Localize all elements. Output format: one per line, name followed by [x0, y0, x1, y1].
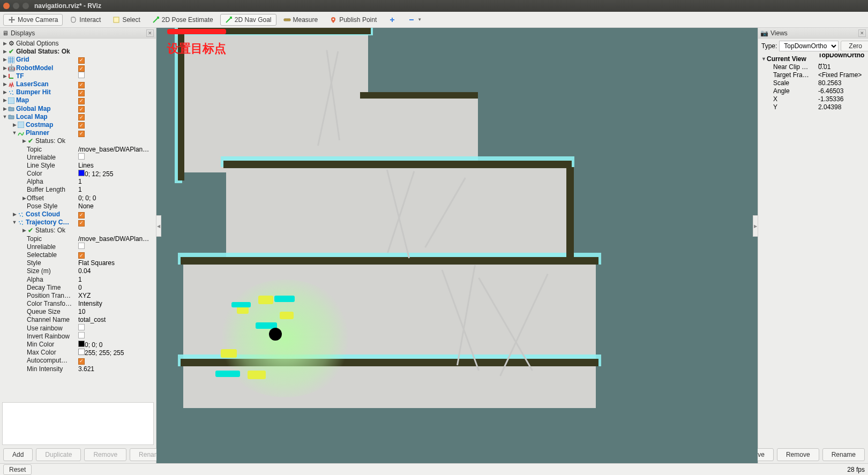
planner-unreliable-checkbox[interactable]	[78, 153, 85, 160]
map-item[interactable]: Map	[16, 96, 29, 104]
grid-checkbox[interactable]: ✓	[78, 57, 85, 64]
right-splitter-handle[interactable]: ▶	[753, 215, 758, 237]
angle-val[interactable]: -6.46503	[818, 87, 843, 95]
duplicate-button[interactable]: Duplicate	[36, 448, 81, 461]
tc-postrans-val[interactable]: XYZ	[78, 292, 91, 300]
planner-topic-key[interactable]: Topic	[27, 146, 42, 154]
maxcolor-swatch[interactable]	[78, 349, 85, 355]
tc-alpha-key[interactable]: Alpha	[27, 276, 43, 284]
planner-buflen-key[interactable]: Buffer Length	[27, 186, 65, 194]
planner-unreliable-key[interactable]: Unreliable	[27, 154, 56, 162]
tc-selectable-key[interactable]: Selectable	[27, 251, 57, 259]
displays-tree[interactable]: ▶⚙Global Options ▶✔Global Status: Ok ▶Gr…	[0, 39, 156, 401]
global-options-item[interactable]: Global Options	[16, 40, 58, 48]
reset-button[interactable]: Reset	[3, 464, 32, 475]
near-clip-val[interactable]: 0.01	[818, 63, 830, 71]
rviz-viewport[interactable]: 设置目标点 ◀ ▶	[156, 28, 758, 463]
tc-topic-val[interactable]: /move_base/DWAPlan…	[78, 235, 149, 243]
tc-size-key[interactable]: Size (m)	[27, 267, 51, 275]
select-button[interactable]: Select	[108, 14, 145, 26]
trajectory-cloud-item[interactable]: Trajectory C…	[26, 218, 69, 227]
grid-item[interactable]: Grid	[16, 56, 29, 64]
planner-color-key[interactable]: Color	[27, 170, 42, 178]
tc-queue-val[interactable]: 10	[78, 308, 85, 316]
left-splitter-handle[interactable]: ◀	[156, 215, 161, 237]
tc-decay-key[interactable]: Decay Time	[27, 284, 61, 292]
planner-topic-val[interactable]: /move_base/DWAPlan…	[78, 146, 149, 154]
views-panel-close[interactable]: ✕	[858, 29, 866, 37]
minus-dropdown-button[interactable]: ▼	[403, 14, 426, 26]
displays-panel-header[interactable]: 🖥Displays ✕	[0, 28, 156, 39]
tc-maxcolor-key[interactable]: Max Color	[27, 349, 56, 357]
tf-item[interactable]: TF	[16, 72, 24, 80]
y-val[interactable]: 2.04398	[818, 103, 841, 111]
tc-style-val[interactable]: Flat Squares	[78, 259, 115, 267]
window-minimize-button[interactable]	[13, 3, 19, 9]
planner-alpha-val[interactable]: 1	[78, 178, 82, 186]
bumper-checkbox[interactable]: ✓	[78, 90, 85, 96]
global-map-item[interactable]: Global Map	[16, 105, 51, 113]
tc-unreliable-key[interactable]: Unreliable	[27, 243, 56, 251]
planner-item[interactable]: Planner	[26, 129, 49, 137]
remove-button[interactable]: Remove	[84, 448, 126, 461]
plus-button[interactable]	[384, 14, 401, 26]
tc-invrainbow-key[interactable]: Invert Rainbow	[27, 333, 70, 341]
tc-decay-val[interactable]: 0	[78, 284, 82, 292]
target-frame-val[interactable]: <Fixed Frame>	[818, 71, 862, 79]
add-button[interactable]: Add	[3, 448, 33, 461]
planner-status[interactable]: Status: Ok	[35, 137, 65, 145]
pose-estimate-button[interactable]: 2D Pose Estimate	[147, 14, 218, 26]
laser-scan-checkbox[interactable]: ✓	[78, 82, 85, 88]
displays-panel-close[interactable]: ✕	[146, 29, 154, 37]
x-val[interactable]: -1.35336	[818, 95, 843, 103]
bumper-hit-item[interactable]: Bumper Hit	[16, 88, 51, 96]
tc-channel-val[interactable]: total_cost	[78, 316, 106, 324]
color-swatch[interactable]	[78, 170, 85, 176]
tc-rainbow-key[interactable]: Use rainbow	[27, 325, 63, 333]
tc-selectable-checkbox[interactable]: ✓	[78, 252, 85, 259]
views-panel-header[interactable]: 📷Views ✕	[758, 28, 868, 39]
global-map-checkbox[interactable]: ✓	[78, 106, 85, 112]
tc-style-key[interactable]: Style	[27, 259, 41, 267]
tc-channel-key[interactable]: Channel Name	[27, 316, 70, 324]
planner-offset-key[interactable]: Offset	[27, 194, 44, 202]
zero-button[interactable]: Zero	[841, 41, 868, 51]
views-tree[interactable]: ▼Current ViewTopDownOrtho … Near Clip …0…	[758, 54, 868, 446]
planner-buflen-val[interactable]: 1	[78, 186, 82, 194]
tc-queue-key[interactable]: Queue Size	[27, 308, 61, 316]
local-map-item[interactable]: Local Map	[16, 113, 48, 121]
cost-cloud-item[interactable]: Cost Cloud	[26, 210, 60, 218]
nav-goal-button[interactable]: 2D Nav Goal	[220, 14, 276, 26]
tc-size-val[interactable]: 0.04	[78, 267, 91, 275]
window-close-button[interactable]	[3, 3, 10, 9]
trajectory-cloud-checkbox[interactable]: ✓	[78, 220, 85, 227]
window-maximize-button[interactable]	[23, 3, 29, 9]
robot-model-checkbox[interactable]: ✓	[78, 65, 85, 72]
tc-coltrans-key[interactable]: Color Transfo…	[27, 300, 72, 308]
planner-linestyle-val[interactable]: Lines	[78, 162, 94, 170]
mincolor-swatch[interactable]	[78, 341, 85, 347]
measure-button[interactable]: Measure	[279, 14, 323, 26]
move-camera-button[interactable]: Move Camera	[3, 14, 63, 26]
planner-offset-val[interactable]: 0; 0; 0	[78, 194, 96, 202]
costmap-item[interactable]: Costmap	[26, 121, 53, 129]
robot-model-item[interactable]: RobotModel	[16, 64, 53, 72]
planner-posestyle-key[interactable]: Pose Style	[27, 202, 57, 210]
tc-minintensity-key[interactable]: Min Intensity	[27, 365, 63, 373]
planner-checkbox[interactable]: ✓	[78, 131, 85, 137]
current-view-key[interactable]: Current View	[767, 55, 820, 63]
local-map-checkbox[interactable]: ✓	[78, 114, 85, 120]
cost-cloud-checkbox[interactable]: ✓	[78, 212, 85, 218]
tc-coltrans-val[interactable]: Intensity	[78, 300, 102, 308]
tc-invrainbow-checkbox[interactable]	[78, 332, 85, 338]
views-remove-button[interactable]: Remove	[777, 448, 819, 461]
planner-posestyle-val[interactable]: None	[78, 202, 94, 210]
tc-minintensity-val[interactable]: 3.621	[78, 365, 94, 373]
tc-alpha-val[interactable]: 1	[78, 276, 82, 284]
tc-rainbow-checkbox[interactable]	[78, 324, 85, 330]
views-type-select[interactable]: TopDownOrtho	[779, 41, 839, 51]
laser-scan-item[interactable]: LaserScan	[16, 80, 49, 88]
tc-autocompute-checkbox[interactable]: ✓	[78, 358, 85, 365]
views-rename-button[interactable]: Rename	[822, 448, 865, 461]
scale-val[interactable]: 80.2563	[818, 79, 841, 87]
